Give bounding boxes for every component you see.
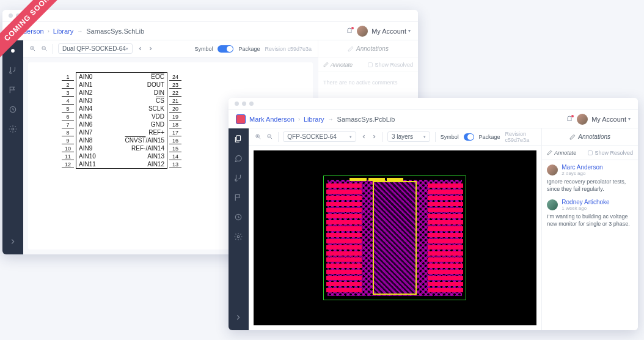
nav-settings-icon[interactable] bbox=[9, 125, 17, 133]
annotate-button[interactable]: Annotate bbox=[547, 150, 576, 156]
symbol-label: Symbol bbox=[194, 46, 213, 52]
pin-number: 16 bbox=[169, 138, 181, 144]
pcb-pad bbox=[428, 226, 463, 231]
pin-number: 13 bbox=[169, 161, 181, 168]
pcb-pad bbox=[326, 183, 362, 188]
nav-history-icon[interactable] bbox=[9, 105, 17, 114]
next-button[interactable] bbox=[148, 46, 153, 51]
annotations-panel: Annotations Annotate Show Resolved Marc … bbox=[541, 128, 638, 330]
avatar[interactable] bbox=[577, 114, 588, 125]
zoom-out-icon[interactable] bbox=[266, 133, 273, 140]
siderail bbox=[2, 40, 23, 254]
pin-label: AIN2 bbox=[79, 89, 92, 97]
pin-label: VDD bbox=[152, 113, 164, 120]
breadcrumb-user[interactable]: Mark Anderson bbox=[249, 116, 295, 123]
symbol-label: Symbol bbox=[441, 134, 459, 140]
nav-branch-icon[interactable] bbox=[234, 174, 243, 182]
pin-number: 1 bbox=[62, 74, 74, 81]
pin-number: 7 bbox=[62, 122, 74, 128]
pin-number: 6 bbox=[62, 114, 74, 120]
notification-dot-icon bbox=[351, 27, 354, 29]
toolbar: QFP-SOCKED-64▾ 3 layers▾ Symbol Package … bbox=[249, 128, 542, 146]
pin-label: AIN10 bbox=[79, 152, 96, 160]
pin-number: 3 bbox=[62, 90, 74, 97]
symbol-package-toggle[interactable] bbox=[218, 45, 233, 53]
traffic-light-max[interactable] bbox=[249, 102, 254, 106]
nav-settings-icon[interactable] bbox=[234, 232, 243, 241]
traffic-light-close[interactable] bbox=[9, 13, 13, 18]
nav-collapse-icon[interactable] bbox=[9, 237, 17, 246]
pin-label: DIN bbox=[154, 89, 164, 97]
zoom-out-icon[interactable] bbox=[41, 45, 48, 52]
next-button[interactable] bbox=[371, 134, 377, 139]
toolbar: Dual QFP-SOCKED-64▾ Symbol Package Revis… bbox=[23, 40, 318, 57]
checkbox-icon bbox=[368, 62, 373, 67]
breadcrumb-sep: → bbox=[328, 116, 334, 122]
pcb-pad bbox=[428, 239, 463, 243]
annotate-button[interactable]: Annotate bbox=[323, 62, 353, 68]
nav-history-icon[interactable] bbox=[234, 213, 243, 221]
pcb-pad bbox=[428, 196, 463, 200]
pin-number: 18 bbox=[169, 122, 181, 128]
pin-number: 11 bbox=[62, 153, 74, 160]
prev-button[interactable] bbox=[137, 46, 143, 51]
pcb-pad bbox=[326, 264, 362, 268]
chevron-down-icon: ▾ bbox=[126, 46, 128, 51]
traffic-light-close[interactable] bbox=[235, 102, 239, 106]
avatar bbox=[547, 164, 558, 176]
svg-point-0 bbox=[11, 49, 15, 53]
zoom-in-icon[interactable] bbox=[29, 45, 36, 52]
breadcrumb-file: SamascSys.PcbLib bbox=[337, 116, 395, 123]
comment[interactable]: Rodney Artichoke1 week agoI'm wanting to… bbox=[547, 199, 633, 227]
pcb-pad bbox=[326, 270, 362, 274]
nav-flag-icon[interactable] bbox=[9, 86, 17, 94]
pin-label: AIN12 bbox=[147, 160, 164, 168]
account-menu[interactable]: My Account▾ bbox=[591, 116, 631, 123]
svg-point-7 bbox=[238, 235, 240, 238]
pcb-pad bbox=[428, 276, 463, 280]
pcb-pad bbox=[428, 264, 463, 268]
pin-number: 20 bbox=[169, 106, 181, 113]
breadcrumb-library[interactable]: Library bbox=[304, 116, 324, 123]
nav-comment-icon[interactable] bbox=[234, 154, 243, 163]
pin-label: CS bbox=[156, 97, 164, 105]
nav-home-icon[interactable] bbox=[9, 46, 17, 55]
breadcrumb-library[interactable]: Library bbox=[53, 28, 74, 35]
notifications-button[interactable] bbox=[566, 116, 573, 123]
breadcrumb-sep: → bbox=[77, 28, 82, 34]
layers-dropdown[interactable]: 3 layers▾ bbox=[387, 131, 430, 142]
traffic-light-min[interactable] bbox=[242, 102, 246, 106]
siderail bbox=[229, 128, 249, 330]
comment-time: 2 days ago bbox=[562, 171, 602, 176]
pcb-pad bbox=[326, 196, 362, 200]
pin-number: 19 bbox=[169, 114, 181, 120]
header: derson › Library → SamascSys.SchLib My A… bbox=[2, 22, 418, 40]
pcb-pad bbox=[428, 190, 463, 194]
zoom-in-icon[interactable] bbox=[255, 133, 262, 140]
pcb-pad bbox=[326, 208, 362, 212]
account-menu[interactable]: My Account▾ bbox=[371, 28, 411, 35]
show-resolved-toggle[interactable]: Show Resolved bbox=[588, 150, 633, 156]
titlebar bbox=[229, 98, 638, 110]
show-resolved-toggle[interactable]: Show Resolved bbox=[368, 62, 413, 68]
component-dropdown[interactable]: Dual QFP-SOCKED-64▾ bbox=[58, 43, 133, 54]
titlebar bbox=[2, 10, 418, 22]
prev-button[interactable] bbox=[361, 134, 367, 139]
nav-collapse-icon[interactable] bbox=[234, 313, 243, 322]
nav-flag-icon[interactable] bbox=[234, 193, 243, 202]
schematic-symbol: AIN0EOC124AIN1DOUT223AIN2DIN322AIN3CS421… bbox=[76, 72, 167, 169]
annotations-title: Annotations bbox=[318, 40, 418, 57]
chevron-down-icon: ▾ bbox=[408, 28, 411, 34]
breadcrumb-sep: › bbox=[298, 116, 300, 122]
pcb-pad bbox=[326, 202, 362, 206]
pcb-pad bbox=[428, 220, 463, 224]
notifications-button[interactable] bbox=[346, 28, 353, 35]
comment[interactable]: Marc Anderson2 days agoIgnore recovery p… bbox=[547, 164, 633, 193]
app-logo bbox=[236, 114, 246, 124]
nav-branch-icon[interactable] bbox=[9, 66, 17, 75]
symbol-package-toggle[interactable] bbox=[464, 133, 474, 141]
component-dropdown[interactable]: QFP-SOCKED-64▾ bbox=[283, 131, 356, 142]
pcb-canvas[interactable] bbox=[254, 150, 537, 325]
nav-files-icon[interactable] bbox=[234, 135, 243, 143]
avatar[interactable] bbox=[357, 26, 368, 37]
